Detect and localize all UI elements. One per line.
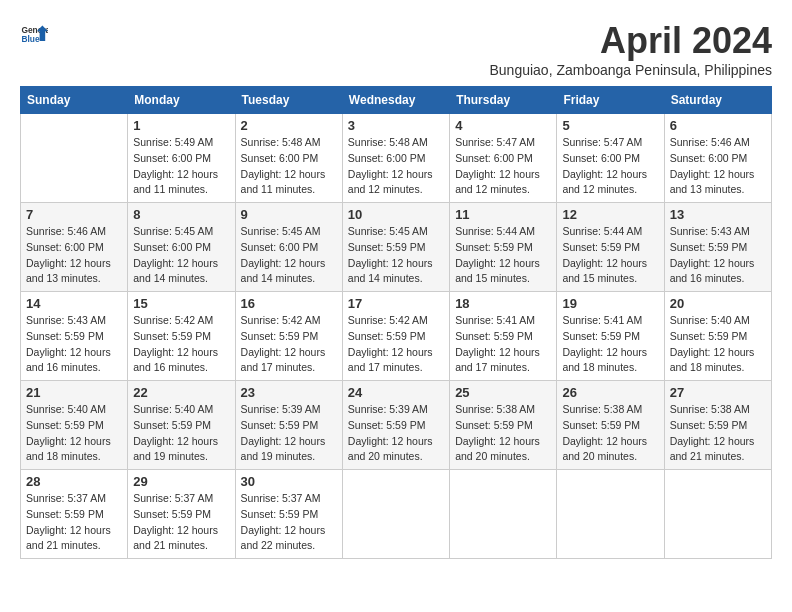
title-area: April 2024 Bunguiao, Zamboanga Peninsula… [489, 20, 772, 78]
svg-text:Blue: Blue [21, 34, 39, 44]
day-info: Sunrise: 5:46 AM Sunset: 6:00 PM Dayligh… [670, 135, 766, 198]
week-row-4: 21Sunrise: 5:40 AM Sunset: 5:59 PM Dayli… [21, 381, 772, 470]
calendar-table: SundayMondayTuesdayWednesdayThursdayFrid… [20, 86, 772, 559]
day-number: 25 [455, 385, 551, 400]
day-info: Sunrise: 5:45 AM Sunset: 6:00 PM Dayligh… [133, 224, 229, 287]
calendar-cell: 11Sunrise: 5:44 AM Sunset: 5:59 PM Dayli… [450, 203, 557, 292]
day-number: 28 [26, 474, 122, 489]
calendar-cell [450, 470, 557, 559]
calendar-cell: 4Sunrise: 5:47 AM Sunset: 6:00 PM Daylig… [450, 114, 557, 203]
calendar-cell: 15Sunrise: 5:42 AM Sunset: 5:59 PM Dayli… [128, 292, 235, 381]
calendar-cell: 6Sunrise: 5:46 AM Sunset: 6:00 PM Daylig… [664, 114, 771, 203]
day-info: Sunrise: 5:41 AM Sunset: 5:59 PM Dayligh… [455, 313, 551, 376]
day-number: 16 [241, 296, 337, 311]
calendar-cell: 26Sunrise: 5:38 AM Sunset: 5:59 PM Dayli… [557, 381, 664, 470]
day-info: Sunrise: 5:37 AM Sunset: 5:59 PM Dayligh… [241, 491, 337, 554]
day-info: Sunrise: 5:48 AM Sunset: 6:00 PM Dayligh… [348, 135, 444, 198]
header: General Blue April 2024 Bunguiao, Zamboa… [20, 20, 772, 78]
calendar-cell: 1Sunrise: 5:49 AM Sunset: 6:00 PM Daylig… [128, 114, 235, 203]
day-info: Sunrise: 5:40 AM Sunset: 5:59 PM Dayligh… [670, 313, 766, 376]
logo: General Blue [20, 20, 48, 48]
day-number: 22 [133, 385, 229, 400]
day-info: Sunrise: 5:41 AM Sunset: 5:59 PM Dayligh… [562, 313, 658, 376]
week-row-2: 7Sunrise: 5:46 AM Sunset: 6:00 PM Daylig… [21, 203, 772, 292]
day-info: Sunrise: 5:40 AM Sunset: 5:59 PM Dayligh… [26, 402, 122, 465]
calendar-cell [21, 114, 128, 203]
day-info: Sunrise: 5:39 AM Sunset: 5:59 PM Dayligh… [241, 402, 337, 465]
calendar-cell [342, 470, 449, 559]
day-number: 18 [455, 296, 551, 311]
day-number: 27 [670, 385, 766, 400]
day-info: Sunrise: 5:42 AM Sunset: 5:59 PM Dayligh… [133, 313, 229, 376]
day-number: 1 [133, 118, 229, 133]
day-number: 9 [241, 207, 337, 222]
day-number: 6 [670, 118, 766, 133]
day-number: 11 [455, 207, 551, 222]
weekday-header-monday: Monday [128, 87, 235, 114]
day-info: Sunrise: 5:44 AM Sunset: 5:59 PM Dayligh… [455, 224, 551, 287]
day-info: Sunrise: 5:48 AM Sunset: 6:00 PM Dayligh… [241, 135, 337, 198]
weekday-header-wednesday: Wednesday [342, 87, 449, 114]
weekday-header-thursday: Thursday [450, 87, 557, 114]
day-number: 19 [562, 296, 658, 311]
day-number: 7 [26, 207, 122, 222]
day-number: 14 [26, 296, 122, 311]
calendar-cell: 23Sunrise: 5:39 AM Sunset: 5:59 PM Dayli… [235, 381, 342, 470]
day-number: 8 [133, 207, 229, 222]
calendar-cell: 21Sunrise: 5:40 AM Sunset: 5:59 PM Dayli… [21, 381, 128, 470]
day-number: 3 [348, 118, 444, 133]
day-info: Sunrise: 5:42 AM Sunset: 5:59 PM Dayligh… [348, 313, 444, 376]
week-row-3: 14Sunrise: 5:43 AM Sunset: 5:59 PM Dayli… [21, 292, 772, 381]
day-info: Sunrise: 5:37 AM Sunset: 5:59 PM Dayligh… [26, 491, 122, 554]
weekday-header-tuesday: Tuesday [235, 87, 342, 114]
day-number: 4 [455, 118, 551, 133]
day-info: Sunrise: 5:37 AM Sunset: 5:59 PM Dayligh… [133, 491, 229, 554]
calendar-cell [557, 470, 664, 559]
day-number: 26 [562, 385, 658, 400]
calendar-cell: 24Sunrise: 5:39 AM Sunset: 5:59 PM Dayli… [342, 381, 449, 470]
day-info: Sunrise: 5:49 AM Sunset: 6:00 PM Dayligh… [133, 135, 229, 198]
calendar-cell: 27Sunrise: 5:38 AM Sunset: 5:59 PM Dayli… [664, 381, 771, 470]
logo-icon: General Blue [20, 20, 48, 48]
calendar-cell: 12Sunrise: 5:44 AM Sunset: 5:59 PM Dayli… [557, 203, 664, 292]
calendar-cell: 13Sunrise: 5:43 AM Sunset: 5:59 PM Dayli… [664, 203, 771, 292]
day-number: 15 [133, 296, 229, 311]
day-info: Sunrise: 5:44 AM Sunset: 5:59 PM Dayligh… [562, 224, 658, 287]
calendar-cell: 30Sunrise: 5:37 AM Sunset: 5:59 PM Dayli… [235, 470, 342, 559]
week-row-1: 1Sunrise: 5:49 AM Sunset: 6:00 PM Daylig… [21, 114, 772, 203]
day-info: Sunrise: 5:43 AM Sunset: 5:59 PM Dayligh… [670, 224, 766, 287]
calendar-cell: 3Sunrise: 5:48 AM Sunset: 6:00 PM Daylig… [342, 114, 449, 203]
day-number: 29 [133, 474, 229, 489]
calendar-cell: 9Sunrise: 5:45 AM Sunset: 6:00 PM Daylig… [235, 203, 342, 292]
calendar-cell: 14Sunrise: 5:43 AM Sunset: 5:59 PM Dayli… [21, 292, 128, 381]
calendar-cell: 17Sunrise: 5:42 AM Sunset: 5:59 PM Dayli… [342, 292, 449, 381]
day-number: 24 [348, 385, 444, 400]
day-info: Sunrise: 5:46 AM Sunset: 6:00 PM Dayligh… [26, 224, 122, 287]
month-title: April 2024 [489, 20, 772, 62]
day-info: Sunrise: 5:38 AM Sunset: 5:59 PM Dayligh… [670, 402, 766, 465]
day-info: Sunrise: 5:40 AM Sunset: 5:59 PM Dayligh… [133, 402, 229, 465]
calendar-cell: 22Sunrise: 5:40 AM Sunset: 5:59 PM Dayli… [128, 381, 235, 470]
day-info: Sunrise: 5:45 AM Sunset: 5:59 PM Dayligh… [348, 224, 444, 287]
calendar-cell: 5Sunrise: 5:47 AM Sunset: 6:00 PM Daylig… [557, 114, 664, 203]
weekday-header-row: SundayMondayTuesdayWednesdayThursdayFrid… [21, 87, 772, 114]
day-info: Sunrise: 5:47 AM Sunset: 6:00 PM Dayligh… [562, 135, 658, 198]
day-number: 23 [241, 385, 337, 400]
week-row-5: 28Sunrise: 5:37 AM Sunset: 5:59 PM Dayli… [21, 470, 772, 559]
day-number: 30 [241, 474, 337, 489]
location-title: Bunguiao, Zamboanga Peninsula, Philippin… [489, 62, 772, 78]
weekday-header-sunday: Sunday [21, 87, 128, 114]
day-info: Sunrise: 5:42 AM Sunset: 5:59 PM Dayligh… [241, 313, 337, 376]
calendar-cell: 2Sunrise: 5:48 AM Sunset: 6:00 PM Daylig… [235, 114, 342, 203]
calendar-cell: 8Sunrise: 5:45 AM Sunset: 6:00 PM Daylig… [128, 203, 235, 292]
calendar-cell: 29Sunrise: 5:37 AM Sunset: 5:59 PM Dayli… [128, 470, 235, 559]
day-number: 12 [562, 207, 658, 222]
day-info: Sunrise: 5:45 AM Sunset: 6:00 PM Dayligh… [241, 224, 337, 287]
day-number: 2 [241, 118, 337, 133]
calendar-cell: 20Sunrise: 5:40 AM Sunset: 5:59 PM Dayli… [664, 292, 771, 381]
weekday-header-saturday: Saturday [664, 87, 771, 114]
calendar-cell [664, 470, 771, 559]
day-number: 21 [26, 385, 122, 400]
calendar-cell: 28Sunrise: 5:37 AM Sunset: 5:59 PM Dayli… [21, 470, 128, 559]
day-info: Sunrise: 5:47 AM Sunset: 6:00 PM Dayligh… [455, 135, 551, 198]
